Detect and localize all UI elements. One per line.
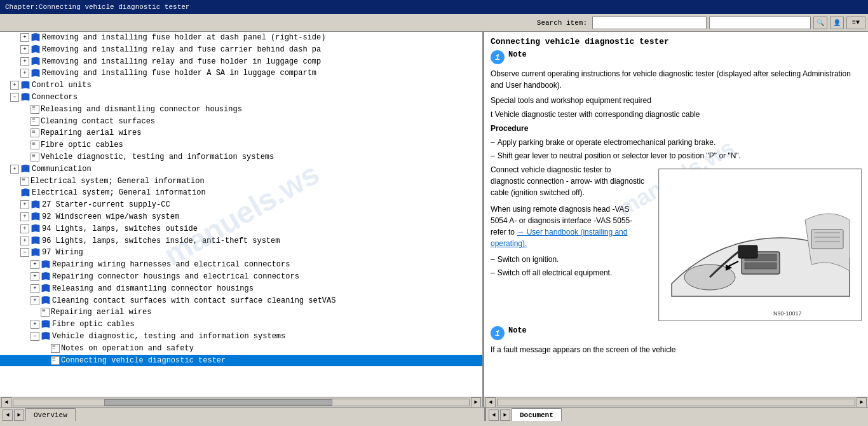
tab-document[interactable]: Document xyxy=(512,408,562,421)
tree-item[interactable]: +27 Starter-current supply-CC xyxy=(0,199,482,211)
tree-item[interactable]: Releasing and dismantling connector hous… xyxy=(0,104,482,116)
note-text-1: Observe current operating instructions f… xyxy=(491,68,862,91)
tree-item[interactable]: +Communication xyxy=(0,163,482,175)
doc-nav-right[interactable]: ► xyxy=(500,409,510,421)
expand-icon[interactable]: − xyxy=(20,248,29,257)
tree-item-text: 96 Lights, lamps, switches inside, anti-… xyxy=(42,236,482,247)
tree-item[interactable]: +Removing and installing relay and fuse … xyxy=(0,56,482,68)
tree-item[interactable]: Electrical system; General information xyxy=(0,175,482,188)
tree-item-text: Removing and installing fuse holder A SA… xyxy=(42,68,482,79)
tab-overview[interactable]: Overview xyxy=(25,408,76,421)
tree-item-text: Fibre optic cables xyxy=(52,319,482,330)
right-panel[interactable]: manuels.ws Connecting vehicle diagnostic… xyxy=(484,32,868,397)
book-icon xyxy=(20,93,31,102)
tree-item[interactable]: Electrical system; General information xyxy=(0,187,482,199)
svg-rect-5 xyxy=(738,245,757,258)
book-icon xyxy=(31,45,41,54)
expand-icon[interactable]: − xyxy=(10,93,19,102)
right-scroll-left-btn[interactable]: ◄ xyxy=(485,397,496,408)
left-panel[interactable]: +Removing and installing fuse holder at … xyxy=(0,32,484,397)
tree-item[interactable]: +Repairing connector housings and electr… xyxy=(0,271,482,283)
tree-item[interactable]: Repairing aerial wires xyxy=(0,306,482,319)
scroll-left-btn[interactable]: ◄ xyxy=(1,397,11,408)
switch-on: – Switch on ignition. xyxy=(491,254,646,265)
tree-item[interactable]: Fibre optic cables xyxy=(0,139,482,151)
content-title: Connecting vehicle diagnostic tester xyxy=(491,37,862,46)
right-scroll-right-btn[interactable]: ► xyxy=(857,397,867,408)
scroll-right-btn[interactable]: ► xyxy=(471,397,481,408)
expand-icon[interactable]: + xyxy=(20,200,29,209)
expand-icon[interactable]: + xyxy=(31,284,39,293)
tree-item[interactable]: Notes on operation and safety xyxy=(0,343,482,355)
note-label-2: Note xyxy=(508,326,527,335)
tree-item-text: Control units xyxy=(32,80,482,91)
doc-nav-left[interactable]: ◄ xyxy=(489,409,499,421)
tree-item-text: Electrical system; General information xyxy=(32,188,482,198)
tree-item[interactable]: −Connectors xyxy=(0,92,482,104)
page-icon xyxy=(41,308,50,317)
tree-item-text: 27 Starter-current supply-CC xyxy=(42,200,482,210)
title-text: Chapter:Connecting vehicle diagnostic te… xyxy=(5,3,189,11)
bottom-tabs-area: ◄ ► Overview ◄ ► Document xyxy=(0,407,868,421)
tree-item[interactable]: Vehicle diagnostic, testing and informat… xyxy=(0,151,482,163)
tree-item[interactable]: Repairing aerial wires xyxy=(0,127,482,139)
tree-item[interactable]: +94 Lights, lamps, switches outside xyxy=(0,223,482,235)
tree-item[interactable]: +Repairing wiring harnesses and electric… xyxy=(0,259,482,271)
tree-item[interactable]: +Control units xyxy=(0,79,482,92)
tree-item[interactable]: −97 Wiring xyxy=(0,247,482,259)
book-icon xyxy=(31,69,41,78)
expand-icon[interactable]: + xyxy=(10,81,19,90)
book-icon xyxy=(31,200,41,209)
book-icon xyxy=(31,33,41,42)
expand-icon[interactable]: + xyxy=(31,272,39,281)
tree-item[interactable]: +Cleaning contact surfaces with contact … xyxy=(0,295,482,307)
tree-item-text: Cleaning contact surfaces with contact s… xyxy=(52,296,482,306)
tree-item[interactable]: +96 Lights, lamps, switches inside, anti… xyxy=(0,235,482,247)
expand-icon[interactable]: + xyxy=(10,165,19,174)
tree-item[interactable]: +Removing and installing fuse holder A S… xyxy=(0,67,482,79)
expand-icon[interactable]: + xyxy=(20,57,29,66)
expand-icon[interactable]: + xyxy=(20,224,29,233)
page-icon xyxy=(51,356,60,365)
book-icon xyxy=(31,212,41,221)
book-icon xyxy=(31,237,41,245)
book-icon xyxy=(31,248,41,257)
expand-icon[interactable]: + xyxy=(20,237,29,245)
overview-nav-right[interactable]: ► xyxy=(14,409,24,421)
book-icon xyxy=(31,57,41,66)
expand-icon[interactable]: + xyxy=(31,296,39,305)
page-icon xyxy=(31,141,39,149)
book-icon xyxy=(41,332,51,341)
tree-item[interactable]: +92 Windscreen wipe/wash system xyxy=(0,211,482,223)
tree-item[interactable]: Cleaning contact surfaces xyxy=(0,116,482,128)
expand-icon[interactable]: + xyxy=(20,69,29,78)
expand-icon[interactable]: − xyxy=(31,332,39,341)
expand-icon[interactable]: + xyxy=(31,320,39,329)
tree-item[interactable]: +Removing and installing fuse holder at … xyxy=(0,32,482,44)
tree-item[interactable]: +Releasing and dismantling connector hou… xyxy=(0,283,482,295)
tree-item-text: Electrical system; General information xyxy=(31,176,482,187)
overview-nav-left[interactable]: ◄ xyxy=(3,409,13,421)
title-bar: Chapter:Connecting vehicle diagnostic te… xyxy=(0,0,868,14)
expand-icon[interactable]: + xyxy=(20,45,29,54)
tree-item[interactable]: +Fibre optic cables xyxy=(0,319,482,331)
search-input[interactable] xyxy=(592,17,707,29)
page-icon xyxy=(31,117,39,126)
user-button[interactable]: 👤 xyxy=(830,17,844,29)
search-button[interactable]: 🔍 xyxy=(813,17,827,29)
page-icon xyxy=(31,153,39,161)
expand-icon[interactable]: + xyxy=(20,33,29,42)
tree-item[interactable]: −Vehicle diagnostic, testing and informa… xyxy=(0,331,482,343)
tree-item-text: Removing and installing fuse holder at d… xyxy=(42,32,482,43)
tree-item[interactable]: Connecting vehicle diagnostic tester xyxy=(0,355,482,367)
menu-button[interactable]: ≡▼ xyxy=(846,17,865,29)
expand-icon[interactable]: + xyxy=(31,260,39,269)
tree-item-text: 97 Wiring xyxy=(42,247,482,258)
procedure-label: Procedure xyxy=(491,123,862,134)
tree-item-text: Releasing and dismantling connector hous… xyxy=(41,104,482,115)
expand-icon[interactable]: + xyxy=(20,212,29,221)
note-box-1: i Note xyxy=(491,50,862,64)
tree-item[interactable]: +Removing and installing relay and fuse … xyxy=(0,44,482,56)
book-icon xyxy=(41,272,51,281)
remote-text: When using remote diagnosis head -VAS 50… xyxy=(491,201,646,252)
